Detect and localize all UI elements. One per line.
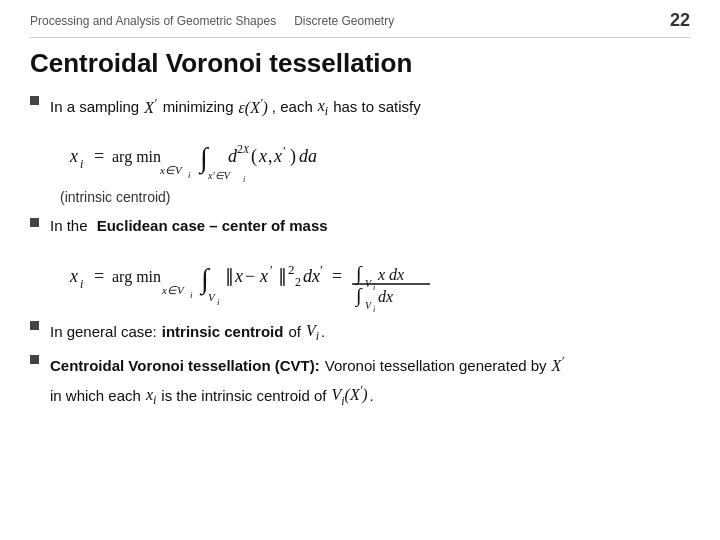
svg-text:x dx: x dx: [377, 266, 404, 283]
svg-text:arg min: arg min: [112, 268, 161, 286]
bullet-1-content: In a sampling X′ minimizing ε(X′) , each…: [50, 93, 690, 121]
intrinsic-centroid-label: (intrinsic centroid): [60, 189, 690, 205]
svg-text:∥: ∥: [225, 266, 234, 286]
bullet-2: In the Euclidean case – center of mass: [30, 215, 690, 238]
svg-text:x∈V: x∈V: [159, 164, 183, 176]
in-a-sampling-label: In a sampling: [50, 95, 139, 119]
svg-text:2: 2: [295, 275, 301, 289]
cvt-bold-label: Centroidal Voronoi tessellation (CVT):: [50, 354, 320, 378]
svg-text:−: −: [245, 266, 255, 286]
is-intrinsic-label: is the intrinsic centroid of: [161, 384, 326, 408]
euclidean-case-label: Euclidean case – center of mass: [97, 217, 328, 234]
bullet-1: In a sampling X′ minimizing ε(X′) , each…: [30, 93, 690, 121]
formula-1: x i = arg min x∈V i ∫ x′∈V i d 2 X ( x ,…: [60, 127, 690, 185]
svg-text:x: x: [273, 146, 282, 166]
svg-text:x: x: [258, 146, 267, 166]
svg-text:∥: ∥: [278, 266, 287, 286]
bullet-3-content: In general case: intrinsic centroid of V…: [50, 318, 690, 346]
minimizing-label: minimizing: [163, 95, 234, 119]
svg-text:′: ′: [283, 143, 286, 158]
svg-text:i: i: [188, 170, 191, 180]
bullet-icon-4: [30, 355, 44, 364]
svg-text:i: i: [373, 305, 375, 314]
svg-text:X: X: [242, 144, 250, 155]
in-the-label: In the: [50, 217, 88, 234]
math-vi-x-prime: Vi(X′): [331, 381, 367, 411]
bullet-4: Centroidal Voronoi tessellation (CVT): V…: [30, 352, 690, 411]
svg-text:V: V: [208, 291, 216, 303]
in-which-each-label: in which each: [50, 384, 141, 408]
intrinsic-centroid-label2: intrinsic centroid: [162, 320, 284, 344]
bullet-icon-3: [30, 321, 44, 330]
slide: Processing and Analysis of Geometric Sha…: [0, 0, 720, 540]
bullet-icon-1: [30, 96, 44, 105]
svg-text:i: i: [80, 157, 83, 171]
math-xi-1: xi: [318, 93, 328, 121]
svg-text:V: V: [365, 300, 373, 311]
voronoi-gen-label: Voronoi tessellation generated by: [325, 354, 547, 378]
svg-text:): ): [290, 146, 296, 167]
page-title: Centroidal Voronoi tessellation: [30, 48, 690, 79]
svg-text:∫: ∫: [354, 284, 363, 308]
math-x-prime-2: X′: [552, 352, 564, 379]
has-to-satisfy-label: has to satisfy: [333, 95, 421, 119]
svg-text:′: ′: [320, 262, 323, 277]
formula-2: x i = arg min x∈V i ∫ V i ∥ x − x ′ ∥ 2 …: [60, 244, 690, 314]
page-number: 22: [670, 10, 690, 31]
svg-text:′: ′: [270, 262, 273, 277]
header-center: Discrete Geometry: [294, 14, 394, 28]
math-epsilon: ε(X′): [238, 94, 267, 121]
bullet-3: In general case: intrinsic centroid of V…: [30, 318, 690, 346]
svg-text:=: =: [94, 146, 104, 166]
svg-text:,: ,: [268, 146, 273, 166]
svg-text:arg min: arg min: [112, 148, 161, 166]
svg-text:i: i: [373, 283, 375, 292]
svg-text:∫: ∫: [354, 262, 363, 286]
svg-text:dx: dx: [378, 288, 393, 305]
math-vi: Vi: [306, 318, 319, 346]
svg-text:i: i: [80, 277, 83, 291]
each-label: , each: [272, 95, 313, 119]
period-3: .: [321, 320, 325, 344]
in-general-label: In general case:: [50, 320, 157, 344]
bullet-2-content: In the Euclidean case – center of mass: [50, 215, 690, 238]
svg-text:2: 2: [288, 262, 295, 277]
formula-1-svg: x i = arg min x∈V i ∫ x′∈V i d 2 X ( x ,…: [60, 127, 440, 185]
math-xi-2: xi: [146, 382, 156, 410]
bullet-icon-2: [30, 218, 44, 227]
of-label-1: of: [288, 320, 301, 344]
svg-text:x: x: [69, 146, 78, 166]
svg-text:=: =: [332, 266, 342, 286]
formula-2-svg: x i = arg min x∈V i ∫ V i ∥ x − x ′ ∥ 2 …: [60, 244, 550, 314]
svg-text:x∈V: x∈V: [161, 284, 185, 296]
header: Processing and Analysis of Geometric Sha…: [30, 10, 690, 38]
svg-text:dx: dx: [303, 266, 320, 286]
bullet-4-content: Centroidal Voronoi tessellation (CVT): V…: [50, 352, 690, 411]
svg-text:x: x: [234, 266, 243, 286]
svg-text:x: x: [259, 266, 268, 286]
bullet-4-line2: in which each xi is the intrinsic centro…: [50, 381, 690, 411]
svg-text:i: i: [190, 290, 193, 300]
svg-text:(: (: [251, 146, 257, 167]
header-left: Processing and Analysis of Geometric Sha…: [30, 14, 276, 28]
math-x-prime-1: X′: [144, 94, 156, 121]
svg-text:=: =: [94, 266, 104, 286]
svg-text:i: i: [217, 297, 220, 307]
bullet-1-text: In a sampling X′ minimizing ε(X′) , each…: [50, 93, 690, 121]
svg-text:x′∈V: x′∈V: [207, 170, 232, 181]
svg-text:x: x: [69, 266, 78, 286]
svg-text:i: i: [243, 175, 245, 184]
svg-text:da: da: [299, 146, 317, 166]
bullet-4-line1: Centroidal Voronoi tessellation (CVT): V…: [50, 352, 690, 379]
period-4: .: [370, 384, 374, 408]
